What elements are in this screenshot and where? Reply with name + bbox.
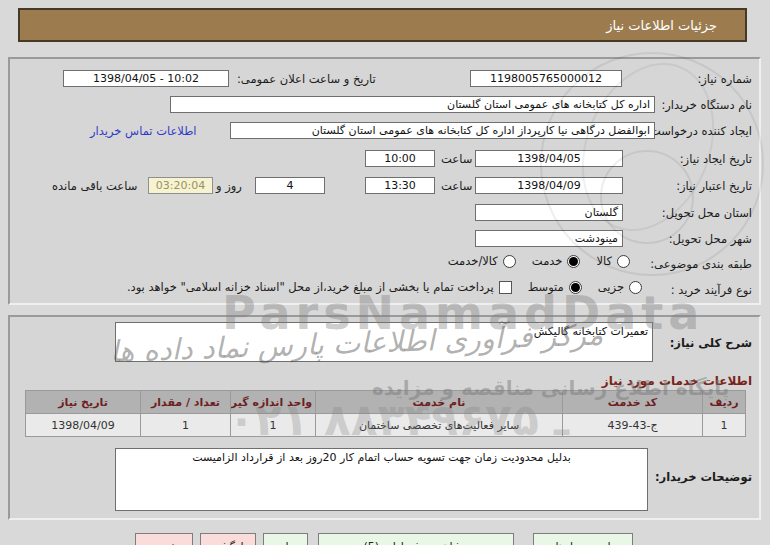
page-title: جزئیات اطلاعات نیاز [606, 18, 717, 33]
remaining-days-label: روز و [216, 179, 242, 193]
services-table: ردیف کد خدمت نام خدمت واحد اندازه گیری ت… [25, 390, 746, 437]
radio-icon[interactable] [567, 255, 580, 268]
request-creator-field[interactable]: ابوالفضل درگاهی نیا کارپرداز اداره کل کت… [230, 122, 655, 139]
radio-option-jozi[interactable]: جزیی [598, 280, 642, 294]
remaining-countdown: 03:20:04 [148, 177, 213, 194]
cell-service-code: ج-43-439 [563, 414, 703, 437]
buyer-org-field[interactable]: اداره کل کتابخانه های عمومی استان گلستان [170, 96, 655, 113]
exit-button[interactable]: خروج [135, 533, 193, 545]
needs-list-button[interactable]: لیست نیازها [533, 533, 633, 545]
create-time-field[interactable]: 10:00 [365, 150, 435, 167]
buyer-contact-link[interactable]: اطلاعات تماس خریدار [90, 124, 197, 138]
announce-datetime-label: تاریخ و ساعت اعلان عمومی: [237, 72, 376, 86]
create-hour-label: ساعت [441, 152, 472, 166]
create-date-label: تاریخ ایجاد نیاز: [680, 152, 752, 166]
expire-date-field[interactable]: 1398/04/09 [475, 177, 623, 194]
services-section-header: اطلاعات خدمات مورد نیاز [602, 374, 752, 388]
remaining-suffix-label: ساعت باقی مانده [52, 179, 137, 193]
col-row-number: ردیف [703, 391, 746, 414]
buyer-notes-textarea[interactable]: بدلیل محدودیت زمان جهت تسویه حساب اتمام … [115, 448, 648, 511]
purchase-type-options: جزیی متوسط پرداخت تمام یا بخشی از مبلغ خ… [127, 280, 642, 294]
radio-option-motevaset[interactable]: متوسط [528, 280, 582, 294]
remaining-days-field[interactable]: 4 [255, 177, 325, 194]
radio-option-kala-khedmat[interactable]: کالا/خدمت [448, 254, 516, 268]
table-row[interactable]: 1 ج-43-439 سایر فعالیت‌های تخصصی ساختمان… [26, 414, 746, 437]
radio-icon[interactable] [503, 255, 516, 268]
print-button[interactable]: چاپ [263, 533, 308, 545]
col-need-date: تاریخ نیاز [26, 391, 141, 414]
subject-class-options: کالا خدمت کالا/خدمت [448, 254, 630, 268]
cell-service-name: سایر فعالیت‌های تخصصی ساختمان [316, 414, 563, 437]
table-header-row: ردیف کد خدمت نام خدمت واحد اندازه گیری ت… [26, 391, 746, 414]
radio-label: کالا [596, 254, 612, 268]
radio-label: متوسط [528, 280, 564, 294]
cell-row-number: 1 [703, 414, 746, 437]
province-label: استان محل تحویل: [662, 206, 752, 220]
cell-quantity: 1 [141, 414, 231, 437]
cell-need-date: 1398/04/09 [26, 414, 141, 437]
radio-label: خدمت [532, 254, 563, 268]
radio-option-kala[interactable]: کالا [596, 254, 630, 268]
col-service-name: نام خدمت [316, 391, 563, 414]
col-quantity: تعداد / مقدار [141, 391, 231, 414]
radio-label: کالا/خدمت [448, 254, 498, 268]
radio-label: جزیی [598, 280, 624, 294]
need-details-page: { "banner": { "title": "جزئیات اطلاعات ن… [0, 0, 770, 545]
need-number-label: شماره نیاز: [697, 72, 752, 86]
radio-icon[interactable] [569, 281, 582, 294]
col-service-code: کد خدمت [563, 391, 703, 414]
create-date-field[interactable]: 1398/04/05 [475, 150, 623, 167]
buyer-notes-label: توضیحات خریدار: [655, 470, 752, 484]
expire-date-label: تاریخ اعتبار نیاز: [676, 179, 752, 193]
view-proposals-button[interactable]: مشاهده پیشنهادات (5) [318, 533, 514, 545]
city-label: شهر محل تحویل: [669, 232, 752, 246]
purchase-type-label: نوع فرآیند خرید : [671, 283, 752, 297]
buyer-org-label: نام دستگاه خریدار: [661, 98, 752, 112]
checkbox-icon[interactable] [499, 281, 512, 294]
subject-class-label: طبقه بندی موضوعی: [650, 257, 752, 271]
announce-datetime-field[interactable]: 1398/04/05 - 10:02 [63, 70, 229, 87]
col-unit: واحد اندازه گیری [231, 391, 316, 414]
description-textarea[interactable]: تعمیرات کتابخانه گالیکش [115, 322, 653, 362]
cell-unit: 1 [231, 414, 316, 437]
radio-icon[interactable] [617, 255, 630, 268]
expire-hour-label: ساعت [441, 179, 472, 193]
description-label: شرح کلی نیاز: [670, 336, 752, 350]
need-number-field[interactable]: 1198005765000012 [470, 70, 622, 87]
city-field[interactable]: مینودشت [475, 230, 623, 247]
expire-time-field[interactable]: 13:30 [365, 177, 435, 194]
province-field[interactable]: گلستان [475, 204, 623, 221]
treasury-checkbox-option[interactable]: پرداخت تمام یا بخشی از مبلغ خرید،از محل … [127, 280, 512, 294]
radio-option-khedmat[interactable]: خدمت [532, 254, 581, 268]
radio-icon[interactable] [629, 281, 642, 294]
page-title-banner: جزئیات اطلاعات نیاز [18, 8, 747, 42]
back-button[interactable]: بازگشت [200, 533, 256, 545]
treasury-checkbox-label: پرداخت تمام یا بخشی از مبلغ خرید،از محل … [127, 280, 494, 294]
request-creator-label: ایجاد کننده درخواست: [646, 124, 752, 138]
